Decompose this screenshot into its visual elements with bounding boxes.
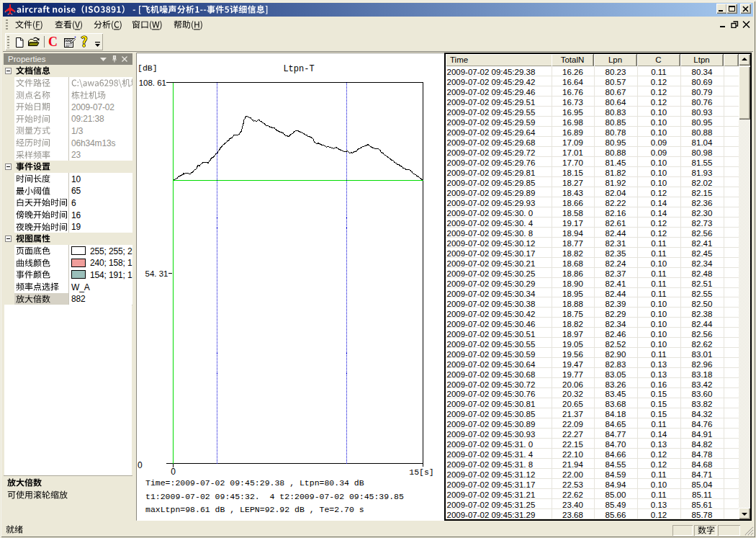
- svg-text:0: 0: [138, 460, 143, 470]
- svg-text:maxLtpn=98.61 dB , LEPN=92.92: maxLtpn=98.61 dB , LEPN=92.92 dB , Te=2.…: [145, 505, 364, 514]
- svg-text:[dB]: [dB]: [138, 63, 158, 73]
- svg-text:t1:2009-07-02 09:45:32. 4 t2:: t1:2009-07-02 09:45:32. 4 t2:2009-07-02 …: [145, 492, 404, 501]
- svg-text:15[s]: 15[s]: [409, 467, 434, 477]
- svg-text:0: 0: [171, 467, 176, 477]
- svg-text:Time=:2009-07-02 09:45:29.38 ,: Time=:2009-07-02 09:45:29.38 , Ltpn=80.3…: [145, 478, 364, 488]
- svg-text:54. 31: 54. 31: [145, 269, 168, 278]
- svg-text:108. 61: 108. 61: [139, 79, 166, 87]
- svg-text:Ltpn-T: Ltpn-T: [283, 64, 314, 74]
